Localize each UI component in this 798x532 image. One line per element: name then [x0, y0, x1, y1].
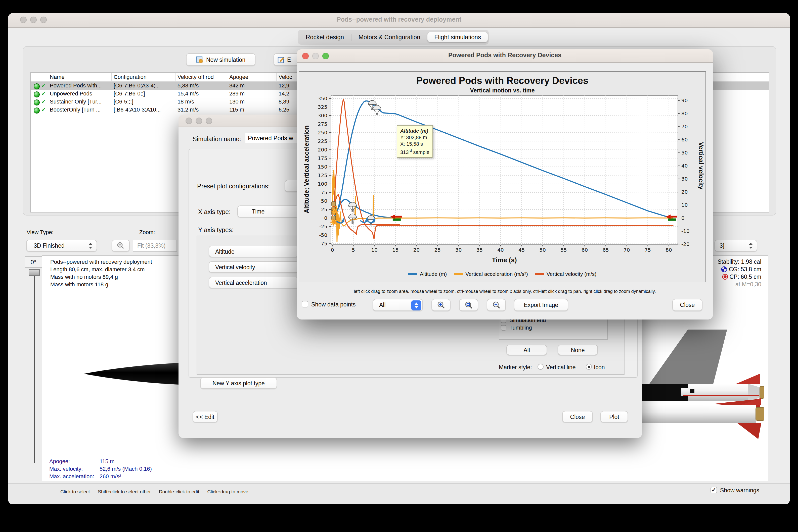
rotation-slider-track[interactable] — [34, 276, 35, 463]
ok-check-icon: ✓ — [41, 98, 46, 105]
max-velocity-value: 52,6 m/s (Mach 0,16) — [99, 466, 152, 472]
minimize-window-button[interactable] — [196, 117, 202, 124]
export-image-label: Export Image — [524, 302, 558, 308]
column-divider — [176, 73, 176, 81]
tab-rocket-design[interactable]: Rocket design — [299, 32, 351, 42]
zoom-value-field[interactable]: Fit (33,3%) — [133, 240, 177, 252]
view-type-dropdown[interactable]: 3D Finished — [26, 240, 97, 252]
cell-vrod: 31.2 m/s — [178, 107, 199, 113]
screen: Pods--powered with recovery deployment R… — [0, 0, 798, 532]
window-title: Pods--powered with recovery deployment — [8, 16, 790, 23]
view-type-label: View Type: — [26, 229, 54, 235]
cell-name: Powered Pods with... — [50, 82, 102, 89]
svg-text:60: 60 — [582, 247, 588, 253]
main-tabbar: Rocket design Motors & Configuration Fli… — [298, 30, 489, 45]
dialog-plot-button[interactable]: Plot — [600, 411, 628, 422]
status-ball-icon — [34, 99, 40, 106]
event-tumbling-checkbox[interactable] — [501, 325, 506, 330]
y-type-vertical-velocity: Vertical velocity — [215, 264, 255, 270]
y-type-vertical-velocity-dropdown[interactable]: Vertical velocity — [209, 261, 299, 273]
events-all-button[interactable]: All — [506, 345, 547, 355]
edit-pencil-icon — [277, 56, 285, 63]
y-axis-left-title: Altitude; Vertical acceleration — [303, 94, 310, 245]
legend-item-2: Vertical velocity (m/s) — [535, 271, 596, 277]
events-none-label: None — [571, 347, 585, 353]
y-axis-types-label: Y axis types: — [198, 227, 234, 233]
column-header-2[interactable]: Velocity off rod — [178, 74, 214, 80]
svg-text:125: 125 — [318, 172, 327, 178]
plot-titlebar[interactable]: Powered Pods with Recovery Devices — [297, 49, 713, 63]
y-type-altitude-dropdown[interactable]: Altitude — [209, 246, 299, 257]
svg-text:75: 75 — [645, 247, 651, 253]
zoom-out-button[interactable] — [487, 299, 506, 311]
apogee-value: 115 m — [99, 458, 115, 464]
show-data-points-checkbox[interactable] — [302, 301, 308, 307]
svg-text:-20: -20 — [681, 241, 690, 247]
x-axis-type-dropdown[interactable]: Time — [237, 206, 299, 217]
configuration-dropdown[interactable]: 3] — [714, 240, 757, 252]
y-type-vertical-acceleration-dropdown[interactable]: Vertical acceleration — [209, 277, 299, 288]
svg-text:40: 40 — [497, 247, 504, 253]
simulation-name-field[interactable]: Powered Pods w — [245, 133, 300, 143]
main-titlebar[interactable]: Pods--powered with recovery deployment — [8, 13, 790, 27]
flight-chart[interactable]: 3503253002752502252001751501251007550250… — [299, 71, 706, 282]
marker-vertical-line-radio[interactable] — [538, 364, 544, 370]
new-simulation-button[interactable]: New simulation — [186, 53, 255, 66]
svg-text:-50: -50 — [319, 232, 327, 238]
dialog-plot-label: Plot — [609, 414, 619, 420]
svg-text:5: 5 — [352, 247, 355, 253]
legend-label: Vertical velocity (m/s) — [547, 271, 596, 277]
plot-window: Powered Pods with Recovery Devices 35032… — [297, 49, 713, 320]
zoom-reset-button[interactable] — [459, 299, 478, 311]
cg-icon — [721, 266, 727, 272]
chart-tooltip: Altitude (m) Y: 302,88 m X: 15,58 s 313r… — [397, 125, 433, 158]
cell-apogee: 289 m — [229, 91, 244, 96]
new-y-axis-button[interactable]: New Y axis plot type — [200, 377, 277, 389]
y-type-vertical-acceleration: Vertical acceleration — [215, 280, 267, 286]
svg-text:50: 50 — [681, 150, 688, 156]
show-warnings-checkbox[interactable]: ✓ — [710, 487, 717, 493]
rotation-slider-handle[interactable] — [29, 269, 40, 276]
column-header-3[interactable]: Apogee — [229, 74, 249, 80]
plot-hint-text: left click drag to zoom area. mouse whee… — [297, 289, 713, 294]
branch-value: All — [379, 302, 386, 308]
svg-text:100: 100 — [318, 181, 327, 187]
zoom-out-button[interactable] — [112, 240, 130, 252]
edit-back-button[interactable]: << Edit — [193, 411, 218, 422]
events-none-button[interactable]: None — [558, 345, 598, 355]
cell-config: [;B6-4;A10-3;A10... — [114, 107, 161, 113]
column-header-1[interactable]: Configuration — [114, 74, 147, 80]
dialog-close-button[interactable]: Close — [562, 411, 593, 422]
branch-dropdown[interactable]: All — [373, 299, 423, 311]
cell-name: BoosterOnly [Turn ... — [50, 107, 101, 113]
zoom-in-button[interactable] — [432, 299, 451, 311]
plot-window-title: Powered Pods with Recovery Devices — [297, 52, 713, 59]
zoom-out-icon — [117, 242, 125, 250]
svg-text:55: 55 — [560, 247, 567, 253]
marker-icon-radio[interactable] — [586, 364, 592, 370]
show-data-points-label: Show data points — [311, 301, 356, 307]
plot-close-button[interactable]: Close — [672, 299, 703, 311]
zoom-window-button[interactable] — [206, 117, 212, 124]
column-divider — [276, 73, 276, 81]
svg-text:0: 0 — [331, 247, 334, 253]
status-ball-icon — [34, 91, 40, 97]
status-bar: Click to select Shift+click to select ot… — [8, 483, 790, 505]
column-divider — [227, 73, 227, 81]
svg-text:-10: -10 — [681, 228, 690, 234]
tab-motors-configuration[interactable]: Motors & Configuration — [351, 32, 427, 42]
cell-vdep: 8,89 — [278, 98, 289, 104]
events-all-label: All — [523, 347, 530, 353]
tab-flight-simulations[interactable]: Flight simulations — [428, 32, 488, 42]
export-image-button[interactable]: Export Image — [514, 299, 568, 311]
column-header-0[interactable]: Name — [50, 74, 65, 80]
x-axis-type-value: Time — [252, 208, 265, 214]
svg-text:-25: -25 — [319, 224, 327, 230]
column-header-4[interactable]: Veloc — [278, 74, 292, 80]
show-warnings-label: Show warnings — [720, 487, 759, 493]
close-window-button[interactable] — [185, 117, 192, 124]
svg-text:200: 200 — [318, 147, 327, 153]
x-axis-type-label: X axis type: — [198, 208, 231, 215]
cell-name: Unpowered Pods — [50, 91, 92, 96]
rotation-angle-box: 0° — [25, 256, 42, 268]
